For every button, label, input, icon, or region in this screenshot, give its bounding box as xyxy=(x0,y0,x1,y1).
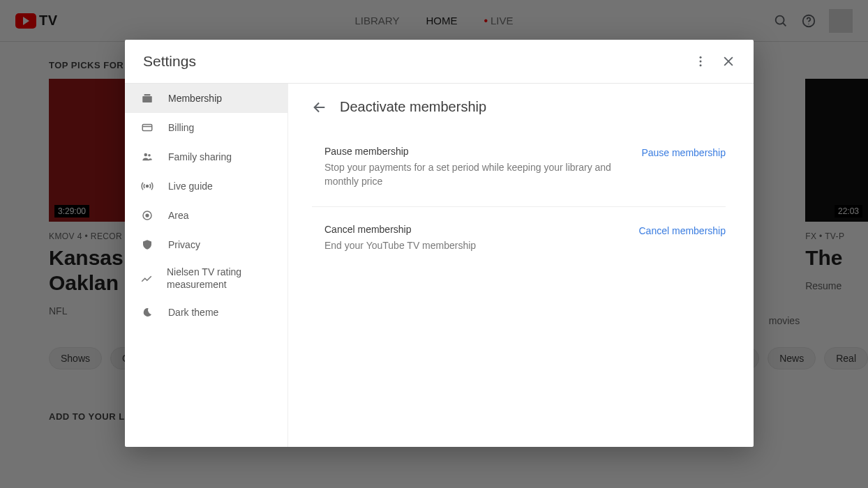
sidebar-item-label: Membership xyxy=(168,93,222,104)
sidebar-item-label: Nielsen TV rating measurement xyxy=(167,266,272,291)
sidebar-item-label: Area xyxy=(168,210,189,221)
broadcast-icon xyxy=(140,180,154,192)
svg-point-5 xyxy=(700,61,702,63)
svg-point-6 xyxy=(700,64,702,66)
sidebar-item-billing[interactable]: Billing xyxy=(125,113,287,142)
sidebar-item-privacy[interactable]: Privacy xyxy=(125,230,287,259)
modal-header: Settings xyxy=(125,40,754,84)
sidebar-item-label: Privacy xyxy=(168,239,200,250)
pause-membership-link[interactable]: Pause membership xyxy=(641,147,726,158)
modal-title: Settings xyxy=(143,53,196,70)
pause-membership-row: Pause membership Stop your payments for … xyxy=(312,146,726,207)
location-icon xyxy=(140,209,154,222)
svg-rect-11 xyxy=(142,125,152,131)
back-icon[interactable] xyxy=(312,100,327,115)
svg-point-13 xyxy=(144,153,148,157)
sidebar-item-label: Live guide xyxy=(168,181,213,192)
modal-content: Deactivate membership Pause membership S… xyxy=(288,84,754,447)
svg-point-17 xyxy=(146,214,149,217)
svg-rect-10 xyxy=(144,94,151,96)
sidebar-item-family-sharing[interactable]: Family sharing xyxy=(125,142,287,171)
shield-icon xyxy=(140,238,154,251)
svg-point-4 xyxy=(700,56,702,59)
membership-icon xyxy=(140,92,154,105)
sidebar-item-label: Dark theme xyxy=(168,307,218,318)
chart-icon xyxy=(140,273,153,285)
pause-heading: Pause membership xyxy=(324,146,618,157)
people-icon xyxy=(140,151,154,163)
svg-point-14 xyxy=(148,154,151,157)
sidebar-item-nielsen[interactable]: Nielsen TV rating measurement xyxy=(125,259,287,298)
cancel-description: End your YouTube TV membership xyxy=(324,239,476,253)
sidebar-item-area[interactable]: Area xyxy=(125,201,287,230)
cancel-membership-row: Cancel membership End your YouTube TV me… xyxy=(312,207,726,271)
pause-description: Stop your payments for a set period whil… xyxy=(324,161,618,188)
sidebar-item-label: Billing xyxy=(168,122,194,133)
cancel-membership-link[interactable]: Cancel membership xyxy=(639,225,726,236)
sidebar-item-label: Family sharing xyxy=(168,151,232,162)
cancel-heading: Cancel membership xyxy=(324,224,476,235)
more-icon[interactable] xyxy=(687,47,714,75)
moon-icon xyxy=(140,306,154,319)
credit-card-icon xyxy=(140,121,154,134)
sidebar-item-membership[interactable]: Membership xyxy=(125,84,287,113)
sidebar-item-live-guide[interactable]: Live guide xyxy=(125,171,287,201)
svg-rect-9 xyxy=(142,96,152,102)
settings-modal: Settings Membership Billing Family shari… xyxy=(125,40,754,447)
close-icon[interactable] xyxy=(714,47,742,75)
content-title: Deactivate membership xyxy=(340,99,486,115)
svg-point-15 xyxy=(147,185,149,188)
settings-sidebar: Membership Billing Family sharing Live g… xyxy=(125,84,288,447)
sidebar-item-dark-theme[interactable]: Dark theme xyxy=(125,298,287,327)
